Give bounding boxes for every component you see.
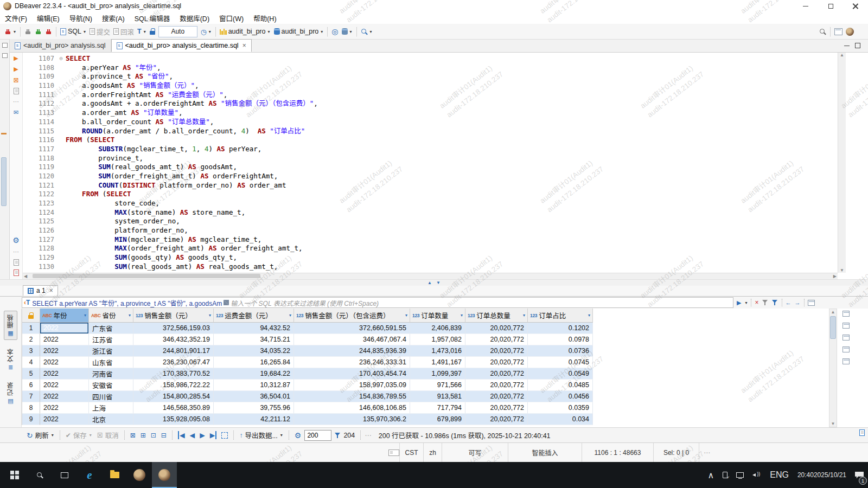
- internet-explorer-button[interactable]: e: [77, 462, 102, 488]
- column-menu-icon[interactable]: ▾: [461, 313, 463, 318]
- results-tab[interactable]: a 1 ×: [23, 285, 58, 296]
- grid-cell[interactable]: 372,660,591.55: [294, 323, 410, 334]
- grid-cell[interactable]: 2022: [40, 334, 89, 345]
- menu-item[interactable]: 文件(F): [0, 12, 32, 24]
- grid-cell[interactable]: 236,246,333.31: [294, 357, 410, 368]
- grid-corner-cell[interactable]: [22, 309, 40, 323]
- grid-cell[interactable]: 0.0456: [528, 391, 593, 402]
- row-number-cell[interactable]: 5: [22, 368, 40, 380]
- fold-marker-icon[interactable]: ⊖: [56, 54, 66, 63]
- row-number-cell[interactable]: 6: [22, 380, 40, 391]
- minimize-button[interactable]: [793, 0, 818, 12]
- export-script-button[interactable]: [14, 259, 19, 266]
- grid-settings-button[interactable]: ⚙: [293, 429, 303, 441]
- column-menu-icon[interactable]: ▾: [289, 313, 291, 318]
- sash-up-icon[interactable]: ▲: [427, 280, 432, 285]
- references-panel-icon[interactable]: [843, 346, 850, 352]
- schema-selector[interactable]: audit_bi_pro▾: [272, 25, 326, 38]
- grid-cell[interactable]: 2022: [40, 414, 89, 425]
- menu-item[interactable]: 编辑(E): [32, 12, 65, 24]
- grid-cell[interactable]: 20,020,772: [465, 414, 528, 425]
- taskbar-search-button[interactable]: [27, 462, 52, 488]
- menu-item[interactable]: SQL 编辑器: [130, 12, 175, 24]
- grid-cell[interactable]: 2022: [40, 402, 89, 414]
- restore-db-navigator-panel-icon[interactable]: [2, 53, 8, 58]
- grid-cell[interactable]: 158,997,035.09: [294, 380, 410, 391]
- task-view-button[interactable]: [52, 462, 77, 488]
- grid-cell[interactable]: 1,957,082: [410, 334, 465, 345]
- commit-mode-button[interactable]: ▾: [340, 25, 354, 38]
- grid-cell[interactable]: 20,020,772: [465, 323, 528, 334]
- grid-cell[interactable]: 94,432.52: [214, 323, 294, 334]
- grid-cell[interactable]: 20,020,772: [465, 368, 528, 380]
- grid-cell[interactable]: 913,581: [410, 391, 465, 402]
- email-results-button[interactable]: ✉: [14, 109, 18, 116]
- scroll-down-icon[interactable]: ▼: [840, 268, 844, 273]
- scroll-right-icon[interactable]: ▶: [833, 274, 837, 279]
- dbeaver-taskbar-button-active[interactable]: [152, 462, 177, 488]
- grid-cell[interactable]: 135,928,095.08: [133, 414, 214, 425]
- grid-cell[interactable]: 154,800,285.54: [133, 391, 214, 402]
- grid-cell[interactable]: 346,467,067.4: [294, 334, 410, 345]
- previous-row-button[interactable]: ◀: [188, 429, 197, 441]
- transaction-log-button[interactable]: T▾: [136, 25, 148, 38]
- disconnect-button[interactable]: [43, 25, 54, 38]
- column-header-4[interactable]: 123运费金额（元）▾: [214, 309, 294, 323]
- refresh-button[interactable]: ↻刷新▾: [25, 429, 56, 441]
- grid-cell[interactable]: 广东省: [89, 323, 133, 334]
- grid-cell[interactable]: 江苏省: [89, 334, 133, 345]
- grid-cell[interactable]: 372,566,159.03: [133, 323, 214, 334]
- minimize-editor-icon[interactable]: [844, 46, 850, 46]
- panel-toggle-icon[interactable]: [808, 300, 815, 306]
- grid-cell[interactable]: 346,432,352.19: [133, 334, 214, 345]
- action-center-button[interactable]: 1: [851, 462, 868, 488]
- back-button[interactable]: ←: [786, 299, 792, 306]
- apply-filter-button[interactable]: ▶: [737, 299, 741, 306]
- status-overflow-icon[interactable]: ⋯: [699, 443, 710, 462]
- grid-cell[interactable]: 0.1202: [528, 323, 593, 334]
- view-tab-record[interactable]: 记录▤: [4, 379, 17, 407]
- new-connection-button[interactable]: ▾: [3, 25, 18, 38]
- grid-cell[interactable]: 0.0359: [528, 402, 593, 414]
- maximize-button[interactable]: [818, 0, 843, 12]
- column-header-7[interactable]: 123订单总数量▾: [465, 309, 528, 323]
- column-menu-icon[interactable]: ▾: [84, 313, 86, 318]
- grid-cell[interactable]: 717,794: [410, 402, 465, 414]
- grid-cell[interactable]: 16,265.84: [214, 357, 294, 368]
- column-header-1[interactable]: ABC年份▾: [40, 309, 89, 323]
- erase-filter-icon[interactable]: ×: [755, 299, 758, 306]
- sql-editor[interactable]: 1107⊖SELECT1108 a.perYear AS "年份",1109 a…: [23, 53, 838, 273]
- column-header-5[interactable]: 123销售金额（元）（包含运费）▾: [294, 309, 410, 323]
- rollback-button[interactable]: 回滚: [112, 25, 136, 38]
- usb-tray-icon[interactable]: [718, 462, 732, 488]
- column-header-3[interactable]: 123销售金额（元）▾: [133, 309, 214, 323]
- editor-vertical-scrollbar[interactable]: ▲ ▼: [838, 53, 846, 273]
- column-menu-icon[interactable]: ▾: [129, 313, 131, 318]
- grid-cell[interactable]: 上海: [89, 402, 133, 414]
- grid-cell[interactable]: 四川省: [89, 391, 133, 402]
- connect-button[interactable]: [23, 25, 33, 38]
- add-row-button[interactable]: ⊞: [139, 429, 148, 441]
- grid-cell[interactable]: 170,383,770.52: [133, 368, 214, 380]
- column-menu-icon[interactable]: ▾: [209, 313, 211, 318]
- scroll-down-icon[interactable]: ▼: [831, 421, 835, 426]
- grid-cell[interactable]: 36,504.01: [214, 391, 294, 402]
- grid-cell[interactable]: 971,566: [410, 380, 465, 391]
- close-tab-icon[interactable]: ×: [241, 42, 246, 49]
- grid-cell[interactable]: 河南省: [89, 368, 133, 380]
- dbeaver-taskbar-button[interactable]: [127, 462, 152, 488]
- fetch-all-button[interactable]: [220, 429, 229, 441]
- tx-mode-combo[interactable]: Auto: [158, 26, 197, 37]
- last-row-button[interactable]: ▶: [208, 429, 219, 441]
- editor-hscroll-thumb[interactable]: [33, 274, 260, 278]
- grid-cell[interactable]: 42,211.12: [214, 414, 294, 425]
- calc-panel-icon[interactable]: [843, 323, 850, 329]
- grid-cell[interactable]: 679,899: [410, 414, 465, 425]
- scroll-up-icon[interactable]: ▲: [831, 310, 835, 314]
- execute-new-tab-button[interactable]: ⊠: [13, 76, 18, 84]
- grid-cell[interactable]: 236,230,067.47: [133, 357, 214, 368]
- database-selector[interactable]: audit_bi_pro▾: [218, 25, 272, 38]
- first-row-button[interactable]: ◀: [176, 429, 187, 441]
- grid-cell[interactable]: 19,684.22: [214, 368, 294, 380]
- grid-cell[interactable]: 20,020,772: [465, 334, 528, 345]
